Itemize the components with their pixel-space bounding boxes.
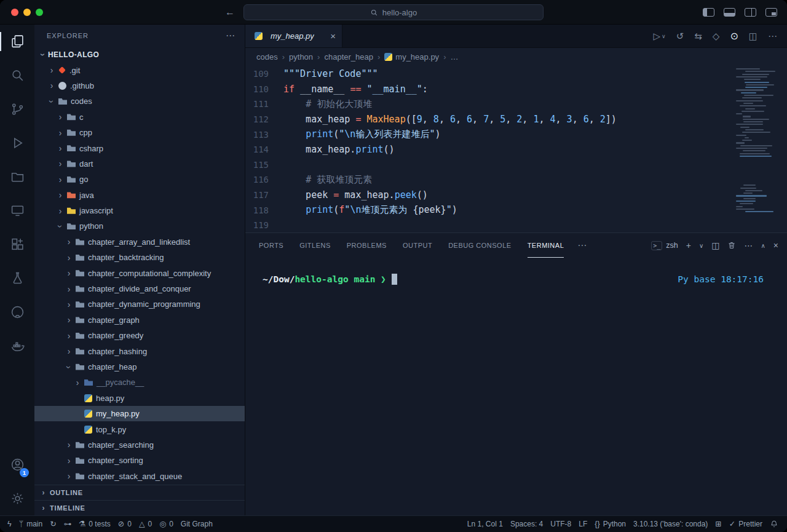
tree-item-__pycache__[interactable]: ›__pycache__ — [34, 375, 245, 390]
tree-item-heap.py[interactable]: ›heap.py — [34, 391, 245, 406]
cursor-position[interactable]: Ln 1, Col 1 — [464, 516, 507, 532]
toggle-secondary-sidebar-icon[interactable] — [745, 8, 756, 17]
outline-section-header[interactable]: › OUTLINE — [34, 485, 245, 500]
tree-item-go[interactable]: ›go — [34, 172, 245, 187]
tree-item-chapter_divide_and_conquer[interactable]: ›chapter_divide_and_conquer — [34, 281, 245, 296]
panel-tab-terminal[interactable]: TERMINAL — [528, 233, 564, 258]
tree-item-chapter_greedy[interactable]: ›chapter_greedy — [34, 328, 245, 343]
breadcrumb-item-my-heap-py[interactable]: my_heap.py — [384, 52, 439, 62]
remote-indicator[interactable]: ϟ — [4, 516, 15, 532]
notifications-bell-icon[interactable] — [770, 520, 778, 528]
tree-item-chapter_stack_and_queue[interactable]: ›chapter_stack_and_queue — [34, 469, 245, 484]
test-results[interactable]: ⚗0 tests — [75, 516, 114, 532]
open-changes-icon[interactable]: ⇆ — [694, 31, 702, 42]
encoding[interactable]: UTF-8 — [547, 516, 575, 532]
extension-status-icon[interactable]: ⊞ — [711, 516, 725, 532]
tree-item-cpp[interactable]: ›cpp — [34, 125, 245, 140]
panel-tabs-more-icon[interactable]: ⋯ — [577, 240, 587, 251]
minimize-window-button[interactable] — [23, 9, 31, 16]
forwarded-ports[interactable]: ◎0 — [156, 516, 177, 532]
split-editor-icon[interactable]: ◫ — [749, 31, 757, 42]
tree-item-.github[interactable]: ›.github — [34, 78, 245, 93]
panel-tab-debug-console[interactable]: DEBUG CONSOLE — [448, 233, 511, 258]
customize-layout-icon[interactable] — [765, 8, 777, 17]
panel-tab-output[interactable]: OUTPUT — [403, 233, 432, 258]
close-panel-icon[interactable]: × — [773, 240, 778, 250]
tree-item-top_k.py[interactable]: ›top_k.py — [34, 421, 245, 437]
docker-icon[interactable] — [0, 329, 34, 363]
tree-item-chapter_computational_complexity[interactable]: ›chapter_computational_complexity — [34, 265, 245, 280]
search-icon[interactable] — [0, 58, 34, 92]
tree-item-chapter_graph[interactable]: ›chapter_graph — [34, 312, 245, 328]
remote-explorer-icon[interactable] — [0, 194, 34, 228]
git-graph[interactable]: Git Graph — [177, 516, 216, 532]
accounts-icon[interactable]: 1 — [0, 448, 34, 482]
tree-item-chapter_searching[interactable]: ›chapter_searching — [34, 437, 245, 453]
run-python-file-icon[interactable]: ⊙ — [730, 30, 738, 42]
source-control-icon[interactable] — [0, 92, 34, 126]
panel-tab-gitlens[interactable]: GITLENS — [299, 233, 331, 258]
git-graph-icon-item[interactable]: ⊶ — [60, 516, 76, 532]
tree-item-hello-algo[interactable]: ›HELLO-ALGO — [34, 47, 245, 62]
tree-item-java[interactable]: ›java — [34, 188, 245, 203]
tree-item-python[interactable]: ›python — [34, 218, 245, 234]
editor-more-actions-icon[interactable]: ⋯ — [768, 31, 777, 42]
new-terminal-button[interactable]: + — [686, 240, 691, 250]
tree-item-codes[interactable]: ›codes — [34, 93, 245, 109]
toggle-panel-icon[interactable] — [724, 8, 735, 17]
tree-item-chapter_dynamic_programming[interactable]: ›chapter_dynamic_programming — [34, 296, 245, 312]
errors[interactable]: ⊘0 — [114, 516, 135, 532]
tree-item-chapter_hashing[interactable]: ›chapter_hashing — [34, 343, 245, 359]
minimap[interactable] — [734, 66, 780, 220]
tree-item-c[interactable]: ›c — [34, 109, 245, 125]
terminal[interactable]: ~/Dow/hello-algo main ❯ Py base 18:17:16 — [245, 258, 787, 515]
tree-item-chapter_sorting[interactable]: ›chapter_sorting — [34, 453, 245, 468]
command-center-search[interactable]: hello-algo — [243, 4, 544, 20]
terminal-shell-item[interactable]: >_ zsh — [651, 241, 678, 250]
tree-item-javascript[interactable]: ›javascript — [34, 203, 245, 218]
code-editor[interactable]: 109"""Driver Code"""110if __name__ == "_… — [245, 65, 787, 232]
explorer-icon[interactable] — [0, 25, 34, 58]
settings-gear-icon[interactable] — [0, 482, 34, 515]
extensions-icon[interactable] — [0, 228, 34, 261]
timeline-section-header[interactable]: › TIMELINE — [34, 500, 245, 515]
git-branch[interactable]: ᛘmain — [15, 516, 47, 532]
end-of-line[interactable]: LF — [575, 516, 591, 532]
tab-my-heap-py[interactable]: my_heap.py × — [245, 25, 342, 47]
project-folders-icon[interactable] — [0, 160, 34, 194]
panel-tab-ports[interactable]: PORTS — [259, 233, 283, 258]
terminal-cursor[interactable] — [392, 274, 397, 285]
run-and-debug-icon[interactable] — [0, 126, 34, 160]
tree-item-chapter_backtracking[interactable]: ›chapter_backtracking — [34, 250, 245, 265]
tree-item-.git[interactable]: ›.git — [34, 62, 245, 77]
tree-item-chapter_array_and_linkedlist[interactable]: ›chapter_array_and_linkedlist — [34, 234, 245, 250]
split-terminal-button[interactable]: ◫ — [711, 240, 719, 250]
language-mode[interactable]: {}Python — [591, 516, 630, 532]
navigate-back-button[interactable]: ← — [225, 7, 235, 18]
panel-tab-problems[interactable]: PROBLEMS — [347, 233, 387, 258]
breadcrumb-item-python[interactable]: python — [289, 52, 313, 62]
gitlens-annotations-icon[interactable]: ◇ — [713, 31, 720, 42]
kill-terminal-button[interactable] — [727, 241, 736, 250]
breadcrumb-item--[interactable]: … — [450, 52, 458, 62]
run-dropdown-icon[interactable]: ∨ — [662, 33, 666, 39]
warnings[interactable]: △0 — [135, 516, 156, 532]
indentation[interactable]: Spaces: 4 — [507, 516, 547, 532]
testing-icon[interactable] — [0, 261, 34, 295]
tree-item-my_heap.py[interactable]: ›my_heap.py — [34, 406, 245, 421]
run-file-button[interactable]: ▷∨ — [654, 31, 666, 42]
tree-item-csharp[interactable]: ›csharp — [34, 140, 245, 156]
github-icon[interactable] — [0, 295, 34, 329]
breadcrumb-item-chapter-heap[interactable]: chapter_heap — [324, 52, 373, 62]
terminal-dropdown-icon[interactable]: ∨ — [699, 242, 703, 249]
maximize-panel-icon[interactable]: ∧ — [761, 242, 765, 249]
local-history-icon[interactable]: ↺ — [676, 31, 684, 42]
python-interpreter[interactable]: 3.10.13 ('base': conda) — [630, 516, 711, 532]
close-window-button[interactable] — [11, 9, 18, 16]
toggle-primary-sidebar-icon[interactable] — [703, 8, 714, 17]
tree-item-chapter_heap[interactable]: ›chapter_heap — [34, 359, 245, 375]
zoom-window-button[interactable] — [36, 9, 43, 16]
prettier-status[interactable]: ✓Prettier — [726, 516, 766, 532]
explorer-more-actions-icon[interactable]: ⋯ — [226, 30, 235, 41]
breadcrumb-item-codes[interactable]: codes — [256, 52, 278, 62]
